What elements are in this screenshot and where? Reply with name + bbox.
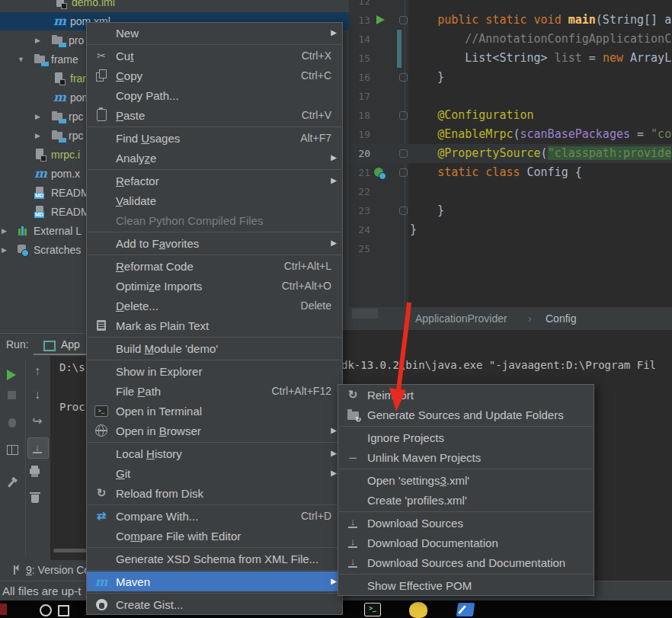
version-control-button-label[interactable]: 9: Version Co xyxy=(26,560,90,581)
editor-line-17[interactable]: 17 xyxy=(349,87,672,106)
maven-icon: m xyxy=(53,15,66,27)
run-main-icon[interactable] xyxy=(376,15,385,24)
menu-item-label: Reformat Code xyxy=(116,260,267,273)
taskbar-search-icon[interactable] xyxy=(40,604,52,616)
unlink-maven-projects-menu-item[interactable]: ─Unlink Maven Projects xyxy=(338,447,594,467)
maven-menu-item[interactable]: mMaven▶ xyxy=(87,572,342,591)
editor-line-21[interactable]: 21 static class Config { xyxy=(349,163,672,182)
reimport-menu-item[interactable]: ↻Reimport xyxy=(338,385,594,405)
tree-expand-arrow-icon[interactable]: ▶ xyxy=(35,31,40,50)
generate-sources-and-update-folders-menu-item[interactable]: Generate Sources and Update Folders xyxy=(338,405,594,424)
tree-expand-arrow-icon[interactable]: ▶ xyxy=(2,241,7,259)
code-editor[interactable]: 1213 public static void main(String[] ar… xyxy=(349,0,672,307)
optimize-imports-menu-item[interactable]: Optimize ImportsCtrl+Alt+O xyxy=(87,276,342,296)
download-sources-menu-item[interactable]: ↓Download Sources xyxy=(338,513,594,533)
editor-line-13[interactable]: 13 public static void main(String[] ar xyxy=(349,11,672,30)
git-menu-item[interactable]: Git▶ xyxy=(87,463,342,483)
compare-with-menu-item[interactable]: ⇄Compare With...Ctrl+D xyxy=(87,506,342,526)
refactor-menu-item[interactable]: Refactor▶ xyxy=(87,171,342,191)
class-bean-gutter-icon[interactable] xyxy=(374,168,383,177)
find-usages-menu-item[interactable]: Find UsagesAlt+F7 xyxy=(87,128,342,148)
reformat-code-menu-item[interactable]: Reformat CodeCtrl+Alt+L xyxy=(87,256,342,276)
file-path-menu-item[interactable]: File PathCtrl+Alt+F12 xyxy=(87,381,342,401)
delete-menu-item[interactable]: Delete...Delete xyxy=(87,296,342,315)
line-number: 18 xyxy=(349,106,370,125)
show-effective-pom-menu-item[interactable]: Show Effective POM xyxy=(338,575,594,595)
taskbar-image-viewer-icon[interactable] xyxy=(409,602,427,618)
fold-marker-icon[interactable] xyxy=(399,16,408,24)
tree-expand-arrow-icon[interactable]: ▼ xyxy=(18,50,24,69)
tree-item-demo-iml[interactable]: demo.iml xyxy=(0,0,349,11)
taskbar-editor-app-icon[interactable] xyxy=(456,603,475,616)
taskbar-window-icon[interactable] xyxy=(58,605,69,616)
new-menu-item[interactable]: New▶ xyxy=(87,23,342,43)
ignore-projects-menu-item[interactable]: Ignore Projects xyxy=(338,427,594,447)
editor-line-18[interactable]: 18 @Configuration xyxy=(349,106,672,125)
layout-settings-button[interactable] xyxy=(7,445,18,455)
fold-marker-icon[interactable] xyxy=(399,73,408,82)
breadcrumb-item-class[interactable]: ApplicationProvider xyxy=(415,307,507,330)
add-to-favorites-menu-item[interactable]: Add to Favorites▶ xyxy=(87,233,342,253)
tree-expand-arrow-icon[interactable]: ▶ xyxy=(35,107,40,126)
reload-from-disk-menu-item[interactable]: ↻Reload from Disk xyxy=(87,483,342,503)
taskbar-red-app-icon[interactable] xyxy=(0,604,7,615)
open-in-browser-menu-item[interactable]: Open in Browser▶ xyxy=(87,421,342,440)
analyze-menu-item[interactable]: Analyze▶ xyxy=(87,148,342,168)
rerun-button[interactable] xyxy=(7,370,16,380)
console-text-fragment: D:\s xyxy=(59,361,85,373)
soft-wrap-button[interactable]: ↪ xyxy=(30,415,45,427)
paste-menu-item[interactable]: PasteCtrl+V xyxy=(87,105,342,125)
copy-path-menu-item[interactable]: Copy Path... xyxy=(87,85,342,105)
editor-line-12[interactable]: 12 xyxy=(349,0,672,11)
taskbar-terminal-icon[interactable]: >_ xyxy=(364,603,381,616)
prev-occurrence-button[interactable]: ↑ xyxy=(30,365,45,377)
editor-line-20[interactable]: 20 @PropertySource("classpath:provide xyxy=(349,144,672,163)
scroll-to-end-button[interactable]: ↓ xyxy=(27,437,49,459)
copy-menu-item[interactable]: CopyCtrl+C xyxy=(87,66,342,85)
generate-xsd-schema-from-xml-file-menu-item[interactable]: Generate XSD Schema from XML File... xyxy=(87,549,342,568)
editor-line-19[interactable]: 19 @EnableMrpc(scanBasePackages = "co xyxy=(349,125,672,144)
tree-expand-arrow-icon[interactable]: ▶ xyxy=(35,126,40,145)
menu-item-label: Maven xyxy=(116,575,331,588)
debug-rerun-button[interactable] xyxy=(8,418,16,427)
fold-marker-icon[interactable] xyxy=(399,207,408,215)
download-sources-and-documentation-menu-item[interactable]: ↓Download Sources and Documentation xyxy=(338,552,594,572)
create-gist-menu-item[interactable]: Create Gist... xyxy=(87,594,342,614)
tree-item-label: pro xyxy=(69,31,84,50)
folder-icon xyxy=(52,110,64,123)
run-tab-application[interactable]: App xyxy=(61,334,80,356)
create-profiles-xml-menu-item[interactable]: Create 'profiles.xml' xyxy=(338,490,594,510)
pin-tab-button[interactable] xyxy=(8,480,14,488)
open-settings3-xml-menu-item[interactable]: Open 'settings3.xml' xyxy=(338,470,594,490)
stop-button[interactable] xyxy=(8,391,16,399)
clear-console-button[interactable] xyxy=(31,495,39,503)
build-module-demo-menu-item[interactable]: Build Module 'demo' xyxy=(87,338,342,358)
editor-line-16[interactable]: 16 } xyxy=(349,68,672,87)
tree-expand-arrow-icon[interactable]: ▶ xyxy=(2,222,7,240)
submenu-arrow-icon: ▶ xyxy=(331,463,337,483)
compare-file-with-editor-menu-item[interactable]: Compare File with Editor xyxy=(87,526,342,546)
menu-separator xyxy=(88,255,341,255)
download-documentation-menu-item[interactable]: ↓Download Documentation xyxy=(338,533,594,552)
fold-marker-icon[interactable] xyxy=(399,149,408,158)
tree-item-label: READM xyxy=(51,184,90,202)
open-in-terminal-menu-item[interactable]: >_Open in Terminal xyxy=(87,401,342,421)
run-toolbar: ↑ ↓ ↪ ↓ xyxy=(0,356,50,560)
show-in-explorer-menu-item[interactable]: Show in Explorer xyxy=(87,361,342,381)
editor-line-25[interactable]: 25 xyxy=(349,239,672,258)
cut-menu-item[interactable]: ✂CutCtrl+X xyxy=(87,46,342,66)
editor-line-24[interactable]: 24} xyxy=(349,220,672,239)
clean-python-compiled-files-menu-item[interactable]: Clean Python Compiled Files xyxy=(87,210,342,230)
fold-marker-icon[interactable] xyxy=(399,111,408,120)
breadcrumb-item-inner-class[interactable]: Config xyxy=(546,307,576,330)
editor-line-23[interactable]: 23 } xyxy=(349,201,672,220)
print-button[interactable] xyxy=(30,469,40,474)
next-occurrence-button[interactable]: ↓ xyxy=(30,389,45,401)
menu-separator xyxy=(88,504,341,505)
mark-as-plain-text-menu-item[interactable]: Mark as Plain Text xyxy=(87,315,342,335)
fold-marker-icon[interactable] xyxy=(399,168,408,177)
editor-line-22[interactable]: 22 xyxy=(349,182,672,201)
validate-menu-item[interactable]: Validate xyxy=(87,191,342,210)
local-history-menu-item[interactable]: Local History▶ xyxy=(87,443,342,463)
console-horizontal-scrollbar[interactable] xyxy=(53,549,87,552)
